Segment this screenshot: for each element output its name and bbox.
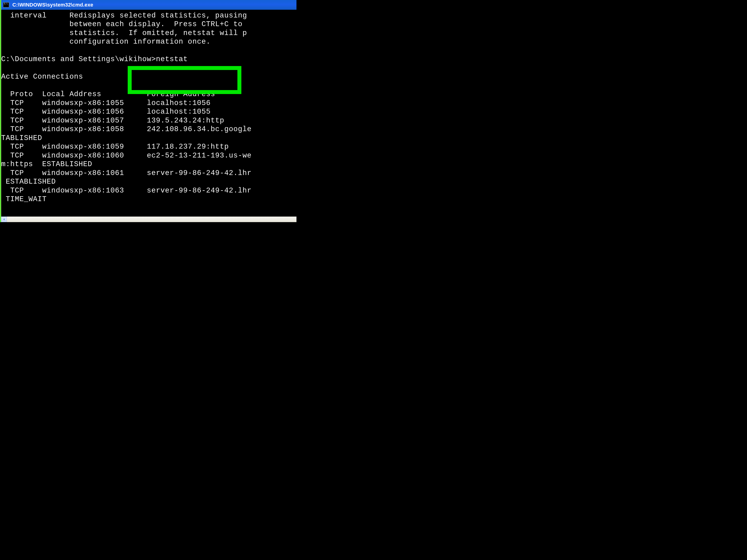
connection-row: ESTABLISHED (1, 178, 56, 186)
terminal-content: port for all executables. interval Redis… (1, 10, 252, 204)
connection-row: TCP windowsxp-x86:1057 139.5.243.24:http (1, 116, 252, 125)
connection-row: TCP windowsxp-x86:1055 localhost:1056 (1, 99, 211, 107)
connection-row: TCP windowsxp-x86:1058 242.108.96.34.bc.… (1, 125, 252, 133)
connection-row: TCP windowsxp-x86:1059 117.18.237.29:htt… (1, 142, 229, 151)
h-scroll-track[interactable] (7, 216, 297, 222)
scroll-left-button[interactable] (1, 216, 7, 222)
titlebar[interactable]: C:\ C:\WINDOWS\system32\cmd.exe (1, 0, 297, 10)
output-header: Active Connections (1, 73, 83, 81)
connection-row: m:https ESTABLISHED (1, 160, 92, 168)
columns-header: Proto Local Address Foreign Address (1, 90, 215, 98)
connection-row: TABLISHED (1, 134, 42, 142)
help-line: interval Redisplays selected statistics,… (1, 11, 247, 20)
help-line: configuration information once. (1, 37, 211, 46)
window-left-edge (0, 0, 1, 222)
scroll-left-icon (3, 218, 5, 220)
horizontal-scrollbar[interactable] (1, 216, 297, 222)
connection-row: TCP windowsxp-x86:1060 ec2-52-13-211-193… (1, 152, 252, 160)
cmd-icon: C:\ (3, 2, 9, 7)
connection-row: TCP windowsxp-x86:1061 server-99-86-249-… (1, 169, 252, 177)
help-line: port for all executables. (1, 10, 183, 11)
terminal-viewport[interactable]: port for all executables. interval Redis… (1, 10, 297, 218)
help-line: statistics. If omitted, netstat will p (1, 29, 247, 37)
help-line: between each display. Press CTRL+C to (1, 20, 247, 28)
connection-row: TCP windowsxp-x86:1063 server-99-86-249-… (1, 186, 252, 195)
connection-row: TIME_WAIT (1, 195, 47, 203)
connection-row: TCP windowsxp-x86:1056 localhost:1055 (1, 108, 211, 116)
prompt-line: C:\Documents and Settings\wikihow>netsta… (1, 55, 188, 63)
window-title: C:\WINDOWS\system32\cmd.exe (12, 2, 93, 8)
